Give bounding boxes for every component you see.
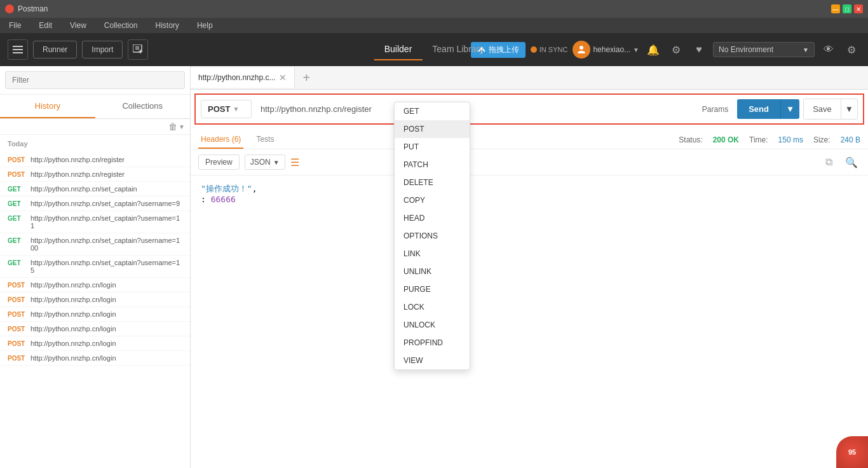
user-avatar xyxy=(573,41,590,59)
menu-help[interactable]: Help xyxy=(193,20,217,31)
content-area: http://python.nnzhp.c... ✕ + POST ▼ Para… xyxy=(191,66,868,468)
method-option-delete[interactable]: DELETE xyxy=(395,174,470,191)
url-input[interactable] xyxy=(255,100,693,118)
user-menu[interactable]: hehexiao... ▼ xyxy=(573,41,639,59)
eye-button[interactable]: 👁 xyxy=(820,41,837,59)
tab-team-library[interactable]: Team Library xyxy=(422,39,494,60)
sidebar-actions: 🗑 ▼ xyxy=(0,119,190,135)
sidebar-search-area xyxy=(0,66,190,95)
url-text: http://python.nnzhp.cn/register xyxy=(31,170,125,178)
history-list: Today POST http://python.nnzhp.cn/regist… xyxy=(0,135,190,468)
user-dropdown-icon: ▼ xyxy=(633,46,639,53)
method-option-get[interactable]: GET xyxy=(395,102,470,120)
list-item[interactable]: GET http://python.nnzhp.cn/set_captain?u… xyxy=(0,196,190,211)
time-label: Time: xyxy=(749,135,768,144)
method-badge: GET xyxy=(8,237,31,244)
notification-button[interactable]: 🔔 xyxy=(644,41,662,59)
request-tab[interactable]: http://python.nnzhp.c... ✕ xyxy=(191,67,295,88)
list-item[interactable]: GET http://python.nnzhp.cn/set_captain?u… xyxy=(0,256,190,278)
send-dropdown-button[interactable]: ▼ xyxy=(780,99,799,119)
delete-icon: 🗑 xyxy=(168,121,177,132)
method-option-purge[interactable]: PURGE xyxy=(395,280,470,298)
tab-history[interactable]: History xyxy=(0,95,95,118)
sync-dot xyxy=(531,46,537,53)
method-option-put[interactable]: PUT xyxy=(395,138,470,156)
response-body: "操作成功！", : 66666 xyxy=(191,176,868,468)
format-selector[interactable]: JSON ▼ xyxy=(245,155,285,170)
minimize-button[interactable]: — xyxy=(831,4,840,13)
method-option-unlink[interactable]: UNLINK xyxy=(395,263,470,280)
import-button[interactable]: Import xyxy=(82,41,123,59)
corner-number: 95 xyxy=(848,448,856,456)
method-option-unlock[interactable]: UNLOCK xyxy=(395,316,470,334)
list-item[interactable]: GET http://python.nnzhp.cn/set_captain xyxy=(0,182,190,196)
method-option-lock[interactable]: LOCK xyxy=(395,298,470,316)
list-item[interactable]: POST http://python.nnzhp.cn/register xyxy=(0,167,190,182)
list-item[interactable]: POST http://python.nnzhp.cn/login xyxy=(0,336,190,351)
method-label: POST xyxy=(208,104,230,114)
settings-button[interactable]: ⚙ xyxy=(667,41,685,59)
method-option-link[interactable]: LINK xyxy=(395,245,470,263)
close-tab-button[interactable]: ✕ xyxy=(279,72,287,83)
close-button[interactable]: ✕ xyxy=(854,4,863,13)
method-option-propfind[interactable]: PROPFIND xyxy=(395,334,470,352)
tab-collections[interactable]: Collections xyxy=(95,95,191,118)
list-item[interactable]: POST http://python.nnzhp.cn/login xyxy=(0,351,190,366)
menu-history[interactable]: History xyxy=(152,20,183,31)
preview-button[interactable]: Preview xyxy=(198,155,240,170)
method-dropdown-button[interactable]: POST ▼ xyxy=(201,100,252,118)
method-option-view[interactable]: VIEW xyxy=(395,352,470,369)
method-option-patch[interactable]: PATCH xyxy=(395,156,470,174)
method-badge: POST xyxy=(8,310,31,318)
method-option-options[interactable]: OPTIONS xyxy=(395,227,470,245)
list-item[interactable]: POST http://python.nnzhp.cn/login xyxy=(0,292,190,307)
method-badge: POST xyxy=(8,325,31,333)
url-text: http://python.nnzhp.cn/login xyxy=(31,340,116,347)
prettify-icon[interactable]: ☰ xyxy=(290,156,299,169)
url-text: http://python.nnzhp.cn/register xyxy=(31,156,125,163)
method-option-head[interactable]: HEAD xyxy=(395,209,470,227)
environment-selector[interactable]: No Environment ▼ xyxy=(713,42,815,57)
delete-dropdown-icon: ▼ xyxy=(179,123,185,130)
add-tab-button[interactable]: + xyxy=(295,66,318,89)
delete-history-button[interactable]: 🗑 ▼ xyxy=(168,121,185,132)
save-dropdown-button[interactable]: ▼ xyxy=(841,99,858,120)
list-item[interactable]: POST http://python.nnzhp.cn/login xyxy=(0,278,190,292)
method-badge: GET xyxy=(8,214,31,222)
gear-button[interactable]: ⚙ xyxy=(843,41,860,59)
list-item[interactable]: POST http://python.nnzhp.cn/register xyxy=(0,153,190,167)
copy-response-button[interactable]: ⧉ xyxy=(820,153,837,171)
menu-edit[interactable]: Edit xyxy=(35,20,56,31)
list-item[interactable]: GET http://python.nnzhp.cn/set_captain?u… xyxy=(0,233,190,256)
menu-collection[interactable]: Collection xyxy=(100,20,142,31)
resp-tab-tests[interactable]: Tests xyxy=(254,131,276,149)
menu-file[interactable]: File xyxy=(5,20,25,31)
heart-button[interactable]: ♥ xyxy=(690,41,708,59)
search-response-button[interactable]: 🔍 xyxy=(843,153,860,171)
save-button[interactable]: Save xyxy=(803,99,841,120)
url-text: http://python.nnzhp.cn/set_captain?usern… xyxy=(31,200,180,207)
method-arrow-icon: ▼ xyxy=(233,106,239,113)
resp-tab-headers[interactable]: Headers (6) xyxy=(198,131,243,149)
runner-button[interactable]: Runner xyxy=(33,41,77,59)
format-arrow-icon: ▼ xyxy=(273,159,280,166)
sidebar-toggle-button[interactable] xyxy=(8,39,28,60)
size-label: Size: xyxy=(813,135,831,144)
tab-builder[interactable]: Builder xyxy=(374,39,423,60)
maximize-button[interactable]: □ xyxy=(843,4,851,13)
response-status-area: Status: 200 OK Time: 150 ms Size: 240 B xyxy=(679,135,860,144)
menu-view[interactable]: View xyxy=(66,20,90,31)
list-item[interactable]: POST http://python.nnzhp.cn/login xyxy=(0,322,190,336)
title-bar: Postman — □ ✕ xyxy=(0,0,868,18)
list-item[interactable]: GET http://python.nnzhp.cn/set_captain?u… xyxy=(0,211,190,233)
svg-rect-2 xyxy=(13,52,23,53)
params-button[interactable]: Params xyxy=(697,102,733,116)
send-button-group: Send ▼ xyxy=(737,99,799,119)
new-tab-button[interactable] xyxy=(128,39,148,60)
send-button[interactable]: Send xyxy=(737,99,780,119)
filter-input[interactable] xyxy=(5,71,185,89)
method-badge: GET xyxy=(8,200,31,207)
method-option-post[interactable]: POST xyxy=(395,120,470,138)
method-option-copy[interactable]: COPY xyxy=(395,191,470,209)
list-item[interactable]: POST http://python.nnzhp.cn/login xyxy=(0,307,190,322)
